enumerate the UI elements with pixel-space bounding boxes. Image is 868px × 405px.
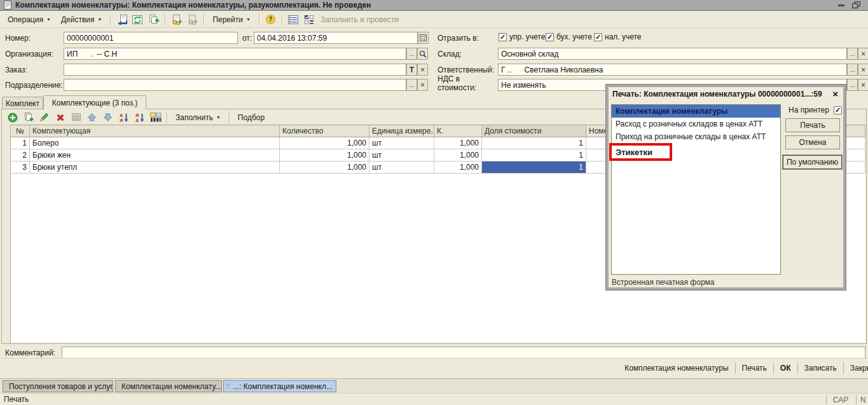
barcode-button[interactable] <box>148 111 163 124</box>
print-form-item[interactable]: Расход с розничных складов в ценах АТТ <box>612 118 780 130</box>
responsible-select-button[interactable]: ... <box>847 64 858 76</box>
accounting-checkbox[interactable]: ✓ бух. учете <box>546 32 592 41</box>
write-button[interactable]: Записать <box>797 362 843 374</box>
col-header-component[interactable]: Комплектующая <box>30 125 280 137</box>
management-accounting-checkbox[interactable]: ✓ упр. учете <box>499 32 545 41</box>
dropdown-arrow-icon: ▼ <box>46 17 51 22</box>
sort-ascending-button[interactable]: АЯ <box>116 111 131 124</box>
print-form-item[interactable]: Приход на розничные склады в ценах АТТ <box>612 130 780 143</box>
vat-clear-button[interactable]: × <box>858 79 868 91</box>
cell-unit[interactable]: шт <box>369 137 434 149</box>
end-edit-button-disabled[interactable]: ЮК <box>69 111 83 124</box>
cell-component[interactable]: Брюки жен <box>30 149 280 161</box>
document-structure-button[interactable] <box>286 13 301 26</box>
cell-component[interactable]: Брюки утепл <box>30 161 280 174</box>
copy-row-button[interactable] <box>21 111 36 124</box>
date-input[interactable] <box>254 32 418 44</box>
date-from-label: от: <box>242 34 252 43</box>
cell-share-selected[interactable]: 1 <box>482 161 586 174</box>
cell-quantity[interactable]: 1,000 <box>280 137 369 149</box>
copy-document-button[interactable] <box>146 13 161 26</box>
cell-share[interactable]: 1 <box>482 137 586 149</box>
calendar-button[interactable] <box>418 32 429 44</box>
edit-row-button[interactable] <box>37 111 52 124</box>
comment-label: Комментарий: <box>5 348 55 357</box>
pencil-icon <box>39 113 49 122</box>
close-button[interactable]: Закрыть <box>843 362 868 374</box>
minimize-icon[interactable] <box>838 4 844 6</box>
save-document-button[interactable] <box>114 13 129 26</box>
dialog-print-button[interactable]: Печать <box>785 118 840 132</box>
sort-za-icon: ЯА <box>135 113 145 123</box>
sort-descending-button[interactable]: ЯА <box>132 111 147 124</box>
col-header-quantity[interactable]: Количество <box>280 125 369 137</box>
col-header-share[interactable]: Доля стоимости <box>482 125 586 137</box>
delete-row-button[interactable] <box>53 111 67 124</box>
division-select-button[interactable]: ... <box>406 79 417 91</box>
taskbar-item-assembly-active[interactable]: ...: Комплектация номенкл... <box>223 380 336 392</box>
col-header-num[interactable]: № <box>11 125 30 137</box>
cell-num[interactable]: 3 <box>11 161 30 174</box>
cell-num[interactable]: 1 <box>11 137 30 149</box>
cell-k[interactable]: 1,000 <box>434 137 482 149</box>
ok-button[interactable]: ОК <box>773 362 797 374</box>
col-header-k[interactable]: К. <box>434 125 482 137</box>
cell-unit[interactable]: шт <box>369 161 434 174</box>
cell-quantity[interactable]: 1,000 <box>280 149 369 161</box>
tab-components[interactable]: Комплектующие (3 поз.) <box>43 95 146 109</box>
cell-num[interactable]: 2 <box>11 149 30 161</box>
division-clear-button[interactable]: × <box>417 79 428 91</box>
number-label: Номер: <box>5 34 31 43</box>
responsible-clear-button[interactable]: × <box>858 64 868 76</box>
col-header-unit[interactable]: Единица измере... <box>369 125 434 137</box>
toolbar-separator <box>167 112 167 123</box>
dialog-close-icon[interactable]: × <box>832 88 838 99</box>
cell-unit[interactable]: шт <box>369 149 434 161</box>
post-document-button[interactable] <box>130 13 145 26</box>
operation-menu[interactable]: Операция ▼ <box>3 13 55 26</box>
cell-component[interactable]: Болеро <box>30 137 280 149</box>
actions-menu[interactable]: Действия ▼ <box>57 13 107 26</box>
help-button[interactable]: ? <box>263 13 278 26</box>
move-row-down-button[interactable] <box>100 111 115 124</box>
print-button[interactable]: Печать <box>735 362 773 374</box>
organization-search-button[interactable] <box>417 48 428 60</box>
taskbar-item-receipts[interactable]: Поступления товаров и услуг <box>3 380 113 392</box>
taskbar-item-assembly-list[interactable]: Комплектации номенклату... <box>115 380 222 392</box>
to-printer-option[interactable]: На принтер ✓ <box>789 106 842 114</box>
order-input[interactable] <box>64 64 406 76</box>
related-documents-button-disabled[interactable] <box>185 13 200 26</box>
dialog-default-button[interactable]: По умолчанию <box>783 155 842 169</box>
order-type-button[interactable]: T <box>406 64 417 76</box>
pick-button[interactable]: Подбор <box>233 112 269 123</box>
enter-on-basis-button[interactable] <box>169 13 184 26</box>
fill-and-post-button-disabled[interactable]: Заполнить и провести <box>318 15 401 24</box>
cell-k[interactable]: 1,000 <box>434 149 482 161</box>
goto-menu[interactable]: Перейти ▼ <box>208 13 255 26</box>
warehouse-clear-button[interactable]: × <box>858 48 868 60</box>
division-input[interactable] <box>64 79 406 91</box>
doc-action-button[interactable]: Комплектация номенклатуры <box>618 362 734 374</box>
print-form-item-selected[interactable]: Комплектация номенклатуры <box>612 105 780 118</box>
dialog-cancel-button[interactable]: Отмена <box>785 135 840 149</box>
clear-x-icon: × <box>420 67 425 73</box>
organization-select-button[interactable]: ... <box>406 48 417 60</box>
responsible-input[interactable] <box>498 64 847 76</box>
number-input[interactable] <box>64 32 238 44</box>
warehouse-input[interactable] <box>498 48 847 60</box>
comment-input[interactable] <box>62 347 865 359</box>
move-row-up-button[interactable] <box>85 111 99 124</box>
posting-settings-button[interactable] <box>302 13 317 26</box>
tab-kit[interactable]: Комплект <box>2 97 43 109</box>
cell-share[interactable]: 1 <box>482 149 586 161</box>
restore-icon[interactable] <box>852 1 860 9</box>
order-clear-button[interactable]: × <box>417 64 428 76</box>
tax-accounting-checkbox[interactable]: ✓ нал. учете <box>594 32 642 41</box>
add-row-button[interactable] <box>5 111 20 124</box>
fill-menu-button[interactable]: Заполнить ▼ <box>171 112 225 123</box>
warehouse-select-button[interactable]: ... <box>847 48 858 60</box>
organization-input[interactable] <box>64 48 406 60</box>
cell-k[interactable]: 1,000 <box>434 161 482 174</box>
vat-select-button[interactable]: ... <box>847 79 858 91</box>
cell-quantity[interactable]: 1,000 <box>280 161 369 174</box>
